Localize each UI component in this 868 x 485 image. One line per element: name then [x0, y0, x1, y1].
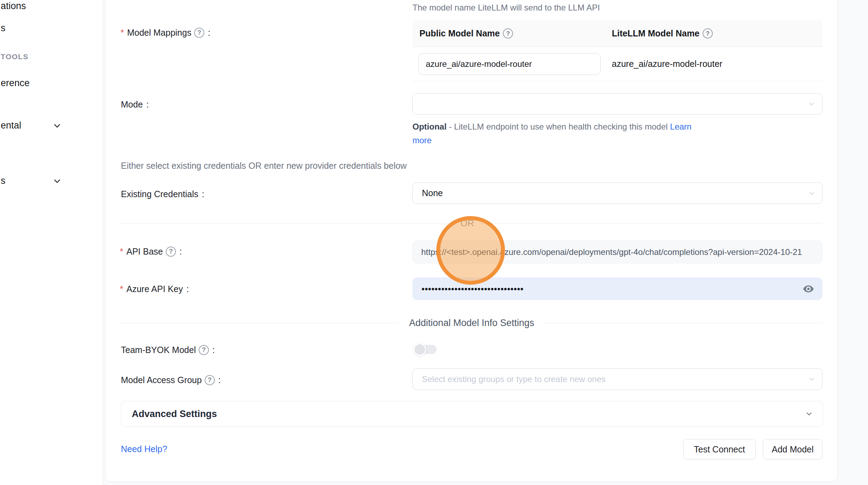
- label-text: API Base: [127, 247, 163, 257]
- additional-settings-divider: Additional Model Info Settings: [121, 317, 822, 328]
- or-divider-label: OR: [454, 218, 480, 229]
- advanced-settings-title: Advanced Settings: [132, 409, 217, 420]
- sidebar-item-label: ental: [1, 120, 21, 131]
- label-text: Existing Credentials: [121, 189, 198, 199]
- help-icon[interactable]: ?: [503, 28, 513, 39]
- credentials-note: Either select existing credentials OR en…: [121, 161, 407, 171]
- sidebar-item-inference[interactable]: erence: [1, 77, 30, 89]
- api-base-value: https://<test>.openai.azure.com/openai/d…: [421, 247, 802, 257]
- existing-credentials-label: Existing Credentials: [121, 188, 204, 200]
- eye-icon[interactable]: [802, 283, 815, 295]
- column-header-litellm-model-name: LiteLLM Model Name ?: [611, 28, 822, 39]
- chevron-down-icon: [805, 410, 813, 418]
- help-icon[interactable]: ?: [166, 247, 176, 257]
- model-name-hint: The model name LiteLLM will send to the …: [412, 3, 600, 13]
- need-help-link[interactable]: Need Help?: [121, 444, 167, 454]
- chevron-down-icon: [808, 376, 815, 383]
- help-icon[interactable]: ?: [199, 345, 209, 355]
- mode-label: Mode: [121, 98, 149, 110]
- sidebar-item-label: s: [1, 23, 6, 34]
- sidebar-item[interactable]: s: [1, 22, 6, 34]
- help-icon[interactable]: ?: [194, 28, 204, 38]
- mode-optional-hint: Optional - LiteLLM endpoint to use when …: [412, 120, 697, 147]
- model-mappings-label: * Model Mappings ?: [121, 27, 210, 39]
- model-mappings-table: Public Model Name ? LiteLLM Model Name ?…: [412, 20, 822, 81]
- litellm-model-name-value: azure_ai/azure-model-router: [612, 59, 722, 69]
- api-base-input[interactable]: https://<test>.openai.azure.com/openai/d…: [412, 241, 822, 263]
- required-asterisk: *: [121, 28, 124, 38]
- table-row: azure_ai/azure-model-router azure_ai/azu…: [412, 47, 822, 81]
- sidebar-item-experimental[interactable]: ental: [1, 119, 21, 131]
- advanced-settings-panel[interactable]: Advanced Settings: [121, 401, 823, 427]
- azure-api-key-input[interactable]: •••••••••••••••••••••••••••••••: [412, 277, 822, 300]
- help-icon[interactable]: ?: [703, 28, 713, 39]
- add-model-button[interactable]: Add Model: [763, 439, 822, 459]
- public-model-name-value: azure_ai/azure-model-router: [426, 59, 532, 69]
- team-byok-label: Team-BYOK Model ?: [121, 344, 215, 356]
- column-header-label: Public Model Name: [419, 28, 500, 39]
- optional-text: - LiteLLM endpoint to use when health ch…: [446, 122, 670, 131]
- public-model-name-cell: azure_ai/azure-model-router: [412, 53, 611, 75]
- sidebar-item-label: ations: [1, 1, 26, 12]
- divider-label: Additional Model Info Settings: [409, 318, 534, 328]
- masked-api-key-value: •••••••••••••••••••••••••••••••: [422, 284, 524, 294]
- label-text: Azure API Key: [127, 284, 183, 294]
- team-byok-toggle[interactable]: [414, 343, 437, 356]
- table-header-row: Public Model Name ? LiteLLM Model Name ?: [412, 20, 822, 47]
- label-text: Model Mappings: [127, 28, 191, 38]
- chevron-down-icon: [808, 101, 815, 108]
- sidebar-section-label: TOOLS: [1, 53, 28, 61]
- label-text: Mode: [121, 99, 143, 110]
- existing-credentials-value: None: [422, 188, 443, 198]
- toggle-knob: [414, 343, 426, 356]
- chevron-down-icon[interactable]: [53, 122, 61, 130]
- column-header-label: LiteLLM Model Name: [612, 28, 699, 39]
- mode-select[interactable]: [412, 93, 822, 115]
- sidebar-item-label: erence: [1, 78, 30, 89]
- chevron-down-icon: [808, 190, 815, 197]
- column-header-public-model-name: Public Model Name ?: [412, 28, 611, 39]
- sidebar-item-organizations[interactable]: ations: [1, 0, 26, 12]
- model-access-group-label: Model Access Group ?: [121, 374, 221, 386]
- required-asterisk: *: [120, 247, 123, 257]
- chevron-down-icon[interactable]: [53, 177, 61, 185]
- label-text: Model Access Group: [121, 375, 202, 385]
- divider-line: [545, 323, 822, 323]
- public-model-name-input[interactable]: azure_ai/azure-model-router: [418, 53, 601, 75]
- optional-label: Optional: [412, 122, 446, 131]
- required-asterisk: *: [120, 284, 123, 294]
- sidebar-item-label: s: [1, 175, 6, 186]
- sidebar: ations s TOOLS erence ental s: [0, 0, 103, 485]
- api-base-label: * API Base ?: [120, 245, 182, 257]
- sidebar-section-tools: TOOLS: [1, 51, 28, 63]
- add-model-form-page: ations s TOOLS erence ental s The model …: [0, 0, 868, 485]
- existing-credentials-select[interactable]: None: [412, 182, 822, 204]
- divider-line: [121, 323, 398, 323]
- litellm-model-name-cell: azure_ai/azure-model-router: [611, 59, 822, 69]
- help-icon[interactable]: ?: [205, 375, 215, 385]
- sidebar-item-settings[interactable]: s: [1, 175, 6, 187]
- model-access-group-select[interactable]: Select existing groups or type to create…: [412, 368, 822, 390]
- model-access-group-placeholder: Select existing groups or type to create…: [422, 374, 606, 384]
- azure-api-key-label: * Azure API Key: [120, 283, 189, 295]
- test-connect-button[interactable]: Test Connect: [683, 439, 756, 459]
- label-text: Team-BYOK Model: [121, 345, 196, 355]
